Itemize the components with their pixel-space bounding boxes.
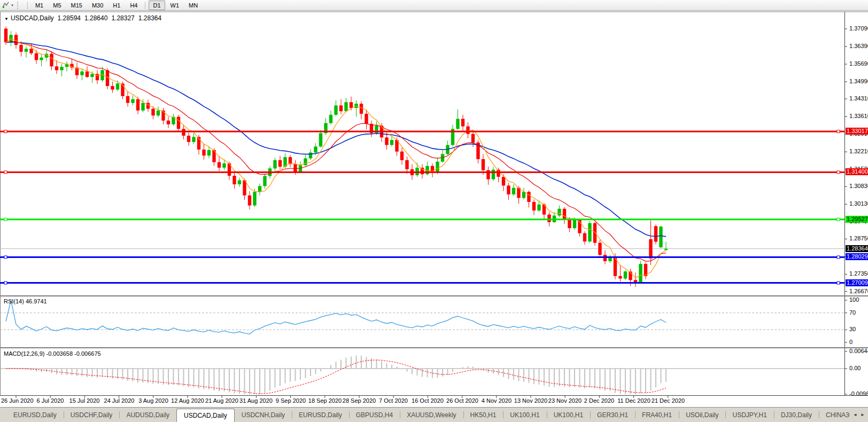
price-tick-label: 1.35690 — [849, 60, 868, 67]
date-tick-label: 23 Nov 2020 — [548, 397, 582, 404]
chart-tab-gbpusd-h4[interactable]: GBPUSD,H4 — [349, 408, 400, 422]
tab-scroll-buttons: ◄ ► — [850, 408, 868, 422]
date-tick-label: 6 Jul 2020 — [37, 397, 64, 404]
date-tick-label: 18 Sep 2020 — [308, 397, 342, 404]
rsi-indicator-label: RSI(14) 46.9741 — [4, 298, 47, 304]
chart-tab-ger30-h1[interactable]: GER30,H1 — [590, 408, 635, 422]
rsi-tick-label: 70 — [849, 309, 856, 316]
ma-line-slow — [6, 42, 666, 237]
date-tick-label: 4 Nov 2020 — [482, 397, 511, 404]
price-chart-canvas[interactable] — [0, 0, 868, 407]
price-tick-label: 1.36390 — [849, 43, 868, 49]
date-tick-label: 24 Jul 2020 — [104, 397, 135, 404]
ohlc-low: 1.28327 — [111, 14, 134, 22]
collapse-arrow-icon[interactable]: ▼ — [4, 17, 9, 21]
date-tick-label: 26 Jun 2020 — [1, 397, 34, 404]
tab-scroll-right-icon[interactable]: ► — [859, 411, 866, 419]
chart-tab-xauusd-weekly[interactable]: XAUUSD,Weekly — [400, 408, 463, 422]
candles-layer[interactable] — [4, 27, 668, 287]
price-tick-label: 1.30830 — [849, 183, 868, 189]
line-price-badge: 1.33017 — [846, 128, 868, 135]
macd-tick-label: 0.006444 — [849, 348, 868, 354]
horizontal-line-1.27009[interactable] — [0, 282, 844, 284]
date-tick-label: 31 Aug 2020 — [239, 397, 273, 404]
price-tick-label: 1.34990 — [849, 78, 868, 84]
macd-indicator-label: MACD(12,26,9) -0.003658 -0.006675 — [4, 350, 101, 357]
ma-line-fast — [6, 38, 666, 278]
chart-tab-eurusd-daily[interactable]: EURUSD,Daily — [292, 408, 349, 422]
price-tick-label: 1.33610 — [849, 113, 868, 119]
date-tick-label: 26 Oct 2020 — [446, 397, 478, 404]
date-tick-label: 13 Nov 2020 — [514, 397, 547, 404]
rsi-tick-label: 0 — [849, 339, 852, 345]
line-price-badge: 1.29527 — [846, 216, 868, 223]
date-tick-label: 28 Sep 2020 — [343, 397, 376, 404]
horizontal-line-1.33017[interactable] — [0, 130, 844, 133]
price-tick-label: 1.30130 — [849, 200, 868, 207]
ohlc-high: 1.28640 — [84, 14, 107, 22]
ohlc-close: 1.28364 — [138, 14, 161, 22]
macd-tick-label: 0.00 — [849, 365, 861, 371]
rsi-tick-label: 100 — [849, 296, 859, 303]
date-tick-label: 12 Aug 2020 — [171, 397, 204, 404]
horizontal-line-1.29527[interactable] — [0, 218, 844, 221]
date-tick-label: 15 Jul 2020 — [69, 397, 100, 404]
chart-tab-bar: EURUSD,DailyUSDCHF,DailyAUDUSD,DailyUSDC… — [0, 407, 868, 422]
chart-tab-uk100-h1[interactable]: UK100,H1 — [547, 408, 590, 422]
date-tick-label: 2 Dec 2020 — [584, 397, 614, 404]
line-price-badge: 1.31400 — [846, 168, 868, 175]
date-tick-label: 21 Dec 2020 — [652, 397, 685, 404]
chart-tab-fra40-h1[interactable]: FRA40,H1 — [635, 408, 679, 422]
price-tick-label: 1.28750 — [849, 235, 868, 241]
price-tick-label: 1.37090 — [849, 25, 868, 32]
ma-line-medium — [6, 42, 666, 262]
macd-histogram — [6, 355, 666, 394]
date-tick-label: 7 Oct 2020 — [379, 397, 408, 404]
chart-tab-dj30-daily[interactable]: DJ30,Daily — [774, 408, 819, 422]
date-tick-label: 16 Oct 2020 — [412, 397, 444, 404]
price-tick-label: 1.26670 — [849, 288, 868, 294]
chart-title: ▼USDCAD,Daily1.285941.286401.283271.2836… — [4, 14, 161, 22]
price-tick-label: 1.34310 — [849, 95, 868, 101]
horizontal-line-1.28029[interactable] — [0, 256, 844, 259]
current-price-badge: 1.28364 — [846, 245, 868, 252]
chart-tab-eurusd-daily[interactable]: EURUSD,Daily — [6, 408, 64, 422]
tab-scroll-left-icon[interactable]: ◄ — [851, 411, 859, 419]
rsi-tick-label: 30 — [849, 326, 856, 332]
date-tick-label: 3 Aug 2020 — [138, 397, 168, 404]
chart-symbol-label: USDCAD,Daily — [11, 14, 54, 22]
macd-tick-label: -0.009871 — [849, 390, 868, 397]
chart-tab-usdchf-daily[interactable]: USDCHF,Daily — [64, 408, 120, 422]
price-tick-label: 1.32210 — [849, 148, 868, 154]
chart-tab-usdcnh-daily[interactable]: USDCNH,Daily — [235, 408, 292, 422]
ohlc-open: 1.28594 — [58, 14, 81, 22]
line-price-badge: 1.27009 — [846, 279, 868, 286]
date-tick-label: 9 Sep 2020 — [276, 397, 306, 404]
chart-tab-usoil-daily[interactable]: USOil,Daily — [679, 408, 725, 422]
chart-tab-hk50-h1[interactable]: HK50,H1 — [463, 408, 503, 422]
chart-tab-usdjpy-h1[interactable]: USDJPY,H1 — [725, 408, 773, 422]
chart-tab-audusd-daily[interactable]: AUDUSD,Daily — [119, 408, 176, 422]
line-price-badge: 1.28029 — [846, 253, 868, 260]
date-tick-label: 21 Aug 2020 — [205, 397, 238, 404]
chart-tab-usdcad-daily[interactable]: USDCAD,Daily — [176, 409, 235, 422]
price-tick-label: 1.27350 — [849, 270, 868, 277]
chart-tab-uk100-h1[interactable]: UK100,H1 — [503, 408, 546, 422]
rsi-line — [6, 300, 666, 334]
date-tick-label: 11 Dec 2020 — [617, 397, 650, 404]
